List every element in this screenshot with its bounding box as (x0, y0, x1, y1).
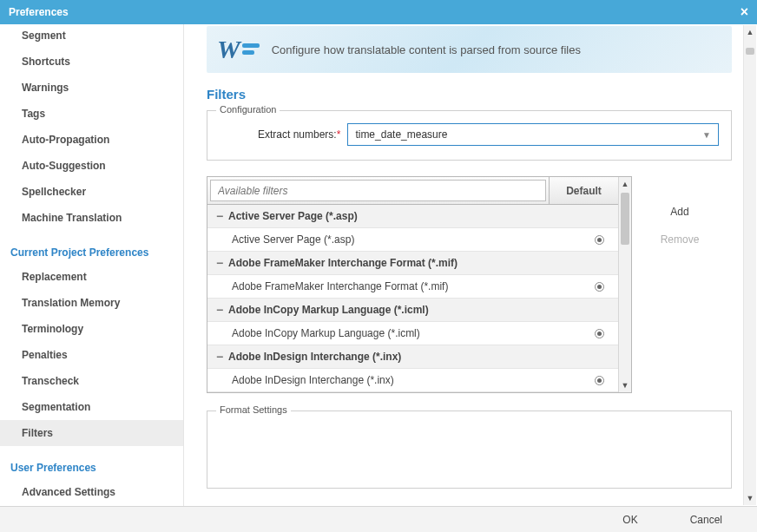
sidebar-item-filters[interactable]: Filters (0, 420, 183, 446)
scroll-thumb[interactable] (621, 193, 629, 245)
filter-radio[interactable] (595, 282, 604, 292)
filter-radio[interactable] (595, 235, 604, 245)
format-settings-legend: Format Settings (216, 404, 291, 415)
collapse-icon[interactable]: − (216, 211, 228, 221)
sidebar-item-segmentation[interactable]: Segmentation (0, 394, 183, 420)
filters-table: Default −Active Server Page (*.asp)Activ… (207, 176, 632, 393)
sidebar-item-shortcuts[interactable]: Shortcuts (0, 49, 183, 75)
sidebar-item-translation-memory[interactable]: Translation Memory (0, 290, 183, 316)
sidebar-item-tags[interactable]: Tags (0, 101, 183, 127)
sidebar-item-terminology[interactable]: Terminology (0, 316, 183, 342)
chevron-down-icon: ▼ (702, 130, 711, 140)
sidebar-item-penalties[interactable]: Penalties (0, 342, 183, 368)
remove-button[interactable]: Remove (661, 233, 700, 246)
filter-label: Adobe InDesign Interchange (*.inx) (228, 374, 595, 386)
filter-label: Adobe InCopy Markup Language (*.icml) (228, 304, 609, 316)
filters-scrollbar[interactable]: ▲ ▼ (618, 177, 631, 392)
sidebar: Segment Shortcuts Warnings Tags Auto-Pro… (0, 24, 184, 506)
section-title: Filters (207, 87, 732, 102)
filter-label: Adobe InCopy Markup Language (*.icml) (228, 327, 595, 339)
main-panel: W Configure how translatable content is … (184, 24, 757, 506)
filter-label: Adobe FrameMaker Interchange Format (*.m… (228, 257, 609, 269)
filter-label: Adobe InDesign Interchange (*.inx) (228, 351, 609, 363)
filter-radio[interactable] (595, 329, 604, 338)
sidebar-item-replacement[interactable]: Replacement (0, 264, 183, 290)
extract-numbers-combo[interactable]: time_date_measure ▼ (347, 123, 719, 146)
close-icon[interactable]: × (741, 0, 748, 24)
scroll-up-icon[interactable]: ▲ (619, 177, 631, 191)
filter-item[interactable]: Adobe FrameMaker Interchange Format (*.m… (207, 275, 618, 299)
filters-search-input[interactable] (210, 180, 546, 201)
scroll-up-icon[interactable]: ▲ (744, 25, 756, 39)
filter-item[interactable]: Adobe InDesign Interchange (*.inx) (207, 369, 618, 392)
body: Segment Shortcuts Warnings Tags Auto-Pro… (0, 24, 757, 506)
add-button[interactable]: Add (670, 206, 688, 218)
filter-list: −Active Server Page (*.asp)Active Server… (207, 205, 618, 392)
banner: W Configure how translatable content is … (207, 26, 732, 73)
configuration-legend: Configuration (216, 104, 280, 115)
filter-group-header[interactable]: −Active Server Page (*.asp) (207, 205, 618, 228)
sidebar-item-advanced-settings[interactable]: Advanced Settings (0, 479, 183, 505)
scroll-down-icon[interactable]: ▼ (744, 491, 756, 505)
filter-group-header[interactable]: −Adobe FrameMaker Interchange Format (*.… (207, 252, 618, 275)
footer: OK Cancel (0, 506, 757, 532)
window-title: Preferences (9, 0, 69, 24)
ok-button[interactable]: OK (622, 514, 637, 526)
extract-numbers-label: Extract numbers:* (258, 128, 340, 141)
filters-side-buttons: Add Remove (654, 206, 706, 246)
scroll-down-icon[interactable]: ▼ (619, 378, 631, 392)
filter-group-header[interactable]: −Adobe InCopy Markup Language (*.icml) (207, 299, 618, 322)
app-logo: W (217, 35, 260, 64)
extract-numbers-value: time_date_measure (355, 128, 447, 141)
configuration-fieldset: Configuration Extract numbers:* time_dat… (207, 110, 732, 161)
sidebar-section-user: User Preferences (0, 453, 183, 479)
sidebar-item-auto-propagation[interactable]: Auto-Propagation (0, 127, 183, 153)
scroll-thumb[interactable] (746, 48, 754, 55)
filter-radio[interactable] (595, 376, 604, 385)
collapse-icon[interactable]: − (216, 258, 228, 268)
filter-label: Active Server Page (*.asp) (228, 233, 595, 246)
sidebar-item-segment[interactable]: Segment (0, 26, 183, 49)
default-button[interactable]: Default (549, 177, 618, 204)
collapse-icon[interactable]: − (216, 305, 228, 315)
filter-item[interactable]: Adobe InCopy Markup Language (*.icml) (207, 322, 618, 345)
banner-text: Configure how translatable content is pa… (272, 43, 581, 56)
filter-label: Active Server Page (*.asp) (228, 210, 609, 222)
sidebar-section-current: Current Project Preferences (0, 238, 183, 264)
titlebar: Preferences × (0, 0, 757, 24)
filters-toolbar: Default (207, 177, 618, 205)
main-scrollbar[interactable]: ▲ ▼ (743, 25, 756, 505)
sidebar-item-auto-suggestion[interactable]: Auto-Suggestion (0, 153, 183, 179)
cancel-button[interactable]: Cancel (690, 514, 722, 526)
sidebar-item-transcheck[interactable]: Transcheck (0, 368, 183, 394)
filter-group-header[interactable]: −Adobe InDesign Interchange (*.inx) (207, 345, 618, 369)
filter-item[interactable]: Active Server Page (*.asp) (207, 228, 618, 252)
format-settings-fieldset: Format Settings (207, 410, 732, 489)
sidebar-item-spellchecker[interactable]: Spellchecker (0, 179, 183, 205)
collapse-icon[interactable]: − (216, 351, 228, 362)
sidebar-item-warnings[interactable]: Warnings (0, 75, 183, 101)
sidebar-item-machine-translation[interactable]: Machine Translation (0, 205, 183, 231)
filter-label: Adobe FrameMaker Interchange Format (*.m… (228, 280, 595, 292)
